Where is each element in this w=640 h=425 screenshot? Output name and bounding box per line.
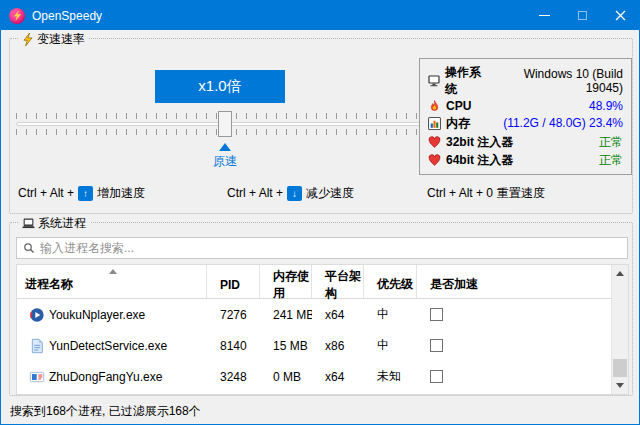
system-process-group: 系统进程 进程名称 PID 内存使用 平台架构 优先级 是否加速 xyxy=(9,222,633,396)
process-pid: 7276 xyxy=(207,308,260,322)
process-table-body: YoukuNplayer.exe 7276 241 MB x64 中 YunDe… xyxy=(17,299,611,394)
security-app-icon xyxy=(29,369,45,385)
injector64-info-row: 64bit 注入器 正常 xyxy=(428,152,623,169)
process-table-header: 进程名称 PID 内存使用 平台架构 优先级 是否加速 xyxy=(17,265,611,299)
process-search-box xyxy=(16,237,628,259)
accelerate-checkbox[interactable] xyxy=(430,308,443,321)
memory-info-row: 内存 (11.2G / 48.0G) 23.4% xyxy=(428,115,623,132)
hotkey-reset-prefix: Ctrl + Alt + 0 xyxy=(427,186,493,200)
lightning-icon xyxy=(22,33,34,46)
injector32-info-row: 32bit 注入器 正常 xyxy=(428,134,623,151)
close-button[interactable] xyxy=(601,1,639,30)
process-priority: 未知 xyxy=(364,368,417,385)
heart-icon xyxy=(428,136,441,149)
search-icon xyxy=(23,242,35,254)
memory-value: (11.2G / 48.0G) 23.4% xyxy=(503,116,623,130)
hotkey-increase-label: 增加速度 xyxy=(97,185,145,202)
heart-icon xyxy=(428,154,441,167)
process-priority: 中 xyxy=(364,337,417,354)
process-table: 进程名称 PID 内存使用 平台架构 优先级 是否加速 YoukuNplayer… xyxy=(16,264,629,395)
system-info-panel: 操作系统 Windows 10 (Build 19045) CPU 48.9% … xyxy=(419,58,632,175)
document-icon xyxy=(29,338,45,354)
speed-rate-group: 变速速率 x1.0倍 原速 Ctrl + Alt + ↑ 增加速度 Ctrl +… xyxy=(9,38,633,214)
app-logo-icon xyxy=(9,8,25,24)
window-title: OpenSpeedy xyxy=(32,9,102,23)
process-pid: 3248 xyxy=(207,370,260,384)
process-name: YunDetectService.exe xyxy=(49,339,167,353)
chevron-up-icon xyxy=(616,271,624,276)
process-pid: 8140 xyxy=(207,339,260,353)
speed-slider-thumb[interactable] xyxy=(218,111,232,137)
hotkey-increase-prefix: Ctrl + Alt + xyxy=(18,186,74,200)
header-memory[interactable]: 内存使用 xyxy=(260,265,312,298)
hotkey-decrease-speed: Ctrl + Alt + ↓ 减少速度 xyxy=(227,185,354,201)
table-row[interactable]: YoukuNplayer.exe 7276 241 MB x64 中 xyxy=(17,299,611,330)
laptop-icon xyxy=(22,218,35,230)
origin-speed-marker-icon xyxy=(219,143,231,151)
openspeedy-window: OpenSpeedy 变速速率 x1.0倍 原速 Ctrl + Alt + ↑ … xyxy=(0,0,640,425)
header-process-name[interactable]: 进程名称 xyxy=(17,265,207,298)
system-process-title: 系统进程 xyxy=(38,215,86,232)
maximize-button[interactable] xyxy=(563,1,601,30)
table-scrollbar[interactable] xyxy=(611,265,628,394)
flame-icon xyxy=(428,100,441,113)
minimize-button[interactable] xyxy=(525,1,563,30)
hotkey-increase-speed: Ctrl + Alt + ↑ 增加速度 xyxy=(18,185,145,201)
arrow-down-key-icon: ↓ xyxy=(287,186,302,201)
cpu-info-row: CPU 48.9% xyxy=(428,99,623,113)
process-memory: 15 MB xyxy=(260,339,312,353)
table-row[interactable]: ZhuDongFangYu.exe 3248 0 MB x64 未知 xyxy=(17,361,611,392)
table-row[interactable]: YunDetectService.exe 8140 15 MB x86 中 xyxy=(17,330,611,361)
bar-chart-icon xyxy=(428,117,441,130)
injector64-status: 正常 xyxy=(599,152,623,169)
os-label: 操作系统 xyxy=(445,64,489,98)
process-priority: 中 xyxy=(364,306,417,323)
process-name: ZhuDongFangYu.exe xyxy=(49,370,162,384)
scroll-up-button[interactable] xyxy=(612,265,628,282)
cpu-value: 48.9% xyxy=(589,99,623,113)
hotkey-reset-label: 重置速度 xyxy=(497,185,545,202)
status-text: 搜索到168个进程, 已过滤展示168个 xyxy=(10,403,201,420)
accelerate-checkbox[interactable] xyxy=(430,370,443,383)
injector64-label: 64bit 注入器 xyxy=(446,152,513,169)
close-icon xyxy=(615,10,626,21)
injector32-status: 正常 xyxy=(599,134,623,151)
header-pid[interactable]: PID xyxy=(207,265,260,298)
sort-ascending-icon xyxy=(109,269,117,274)
hotkey-decrease-label: 减少速度 xyxy=(306,185,354,202)
system-process-legend: 系统进程 xyxy=(18,215,90,232)
os-info-row: 操作系统 Windows 10 (Build 19045) xyxy=(428,64,623,98)
header-arch[interactable]: 平台架构 xyxy=(312,265,364,298)
title-bar: OpenSpeedy xyxy=(1,1,639,30)
youku-player-icon xyxy=(29,307,45,323)
process-arch: x86 xyxy=(312,339,364,353)
process-search-input[interactable] xyxy=(40,241,621,255)
os-value: Windows 10 (Build 19045) xyxy=(494,67,623,95)
cpu-label: CPU xyxy=(446,99,471,113)
process-arch: x64 xyxy=(312,308,364,322)
memory-label: 内存 xyxy=(446,115,470,132)
process-arch: x64 xyxy=(312,370,364,384)
hotkey-reset-speed: Ctrl + Alt + 0 重置速度 xyxy=(427,185,545,201)
origin-speed-label: 原速 xyxy=(200,153,250,170)
injector32-label: 32bit 注入器 xyxy=(446,134,513,151)
speed-rate-title: 变速速率 xyxy=(37,31,85,48)
speed-multiplier-button[interactable]: x1.0倍 xyxy=(155,70,285,103)
hotkey-decrease-prefix: Ctrl + Alt + xyxy=(227,186,283,200)
process-name: YoukuNplayer.exe xyxy=(49,308,145,322)
scroll-down-button[interactable] xyxy=(612,377,628,394)
accelerate-checkbox[interactable] xyxy=(430,339,443,352)
minimize-icon xyxy=(539,15,550,16)
arrow-up-key-icon: ↑ xyxy=(78,186,93,201)
process-memory: 241 MB xyxy=(260,308,312,322)
header-priority[interactable]: 优先级 xyxy=(364,265,417,298)
speed-rate-legend: 变速速率 xyxy=(18,31,89,48)
scrollbar-thumb[interactable] xyxy=(613,359,627,377)
maximize-icon xyxy=(578,11,587,20)
status-bar: 搜索到168个进程, 已过滤展示168个 xyxy=(1,398,639,424)
process-memory: 0 MB xyxy=(260,370,312,384)
chevron-down-icon xyxy=(616,383,624,388)
header-accelerated[interactable]: 是否加速 xyxy=(417,265,611,298)
monitor-icon xyxy=(428,74,440,87)
